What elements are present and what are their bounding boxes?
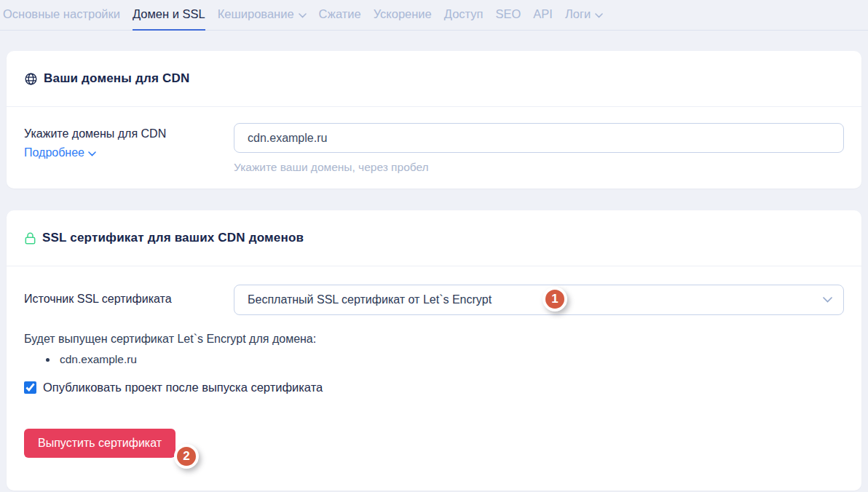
tab-label: Домен и SSL bbox=[133, 7, 205, 21]
lock-icon bbox=[24, 231, 36, 245]
domains-card-body: Укажите домены для CDN Подробнее Укажите… bbox=[7, 107, 861, 189]
more-details-link[interactable]: Подробнее bbox=[24, 146, 96, 159]
issue-certificate-button[interactable]: Выпустить сертификат bbox=[24, 429, 175, 458]
domains-input-hint: Укажите ваши домены, через пробел bbox=[234, 161, 844, 174]
domains-card: Ваши домены для CDN Укажите домены для C… bbox=[7, 51, 861, 189]
domains-input-label: Укажите домены для CDN bbox=[24, 127, 234, 140]
tab-compression[interactable]: Сжатие bbox=[319, 0, 361, 31]
settings-tabbar: Основные настройки Домен и SSL Кеширован… bbox=[0, 0, 868, 31]
tab-label: Доступ bbox=[444, 7, 484, 21]
tab-seo[interactable]: SEO bbox=[495, 0, 521, 31]
annotation-badge-2: 2 bbox=[174, 444, 199, 469]
publish-after-issue-row: Опубликовать проект после выпуска сертиф… bbox=[24, 381, 844, 394]
ssl-card-title: SSL сертификат для ваших CDN доменов bbox=[42, 231, 304, 245]
globe-icon bbox=[24, 72, 38, 86]
ssl-source-select[interactable]: Бесплатный SSL сертификат от Let`s Encry… bbox=[234, 285, 844, 315]
ssl-card-body: Источник SSL сертификата Бесплатный SSL … bbox=[7, 266, 861, 491]
tab-caching[interactable]: Кеширование bbox=[218, 0, 307, 31]
chevron-down-icon bbox=[823, 297, 832, 303]
annotation-badge-1: 1 bbox=[542, 287, 567, 312]
tab-api[interactable]: API bbox=[533, 0, 553, 31]
chevron-down-icon bbox=[299, 13, 307, 18]
chevron-down-icon bbox=[88, 151, 96, 156]
tab-label: SEO bbox=[495, 7, 521, 21]
certificate-domain-item: cdn.example.ru bbox=[58, 353, 844, 366]
tab-label: Кеширование bbox=[218, 7, 294, 21]
ssl-card: SSL сертификат для ваших CDN доменов Ист… bbox=[7, 210, 861, 491]
publish-after-issue-checkbox[interactable] bbox=[24, 381, 36, 394]
tab-access[interactable]: Доступ bbox=[444, 0, 484, 31]
tab-domain-ssl[interactable]: Домен и SSL bbox=[133, 0, 205, 31]
tab-label: Логи bbox=[565, 7, 591, 21]
cdn-domains-input[interactable] bbox=[234, 123, 844, 153]
publish-after-issue-label: Опубликовать проект после выпуска сертиф… bbox=[43, 381, 323, 394]
certificate-domain-list: cdn.example.ru bbox=[58, 353, 844, 366]
domains-card-header: Ваши домены для CDN bbox=[7, 51, 861, 107]
tab-main-settings[interactable]: Основные настройки bbox=[3, 0, 120, 31]
tab-label: Сжатие bbox=[319, 7, 361, 21]
tab-logs[interactable]: Логи bbox=[565, 0, 603, 31]
tab-label: API bbox=[533, 7, 553, 21]
tab-label: Основные настройки bbox=[3, 7, 120, 21]
tab-label: Ускорение bbox=[374, 7, 432, 21]
ssl-source-label: Источник SSL сертификата bbox=[24, 293, 234, 306]
ssl-card-header: SSL сертификат для ваших CDN доменов bbox=[7, 210, 861, 266]
ssl-source-selected-value: Бесплатный SSL сертификат от Let`s Encry… bbox=[248, 293, 492, 306]
domains-card-title: Ваши домены для CDN bbox=[44, 71, 189, 86]
tab-acceleration[interactable]: Ускорение bbox=[374, 0, 432, 31]
certificate-issue-info: Будет выпущен сертификат Let`s Encrypt д… bbox=[24, 333, 844, 346]
more-details-label: Подробнее bbox=[24, 146, 84, 159]
chevron-down-icon bbox=[595, 13, 603, 18]
